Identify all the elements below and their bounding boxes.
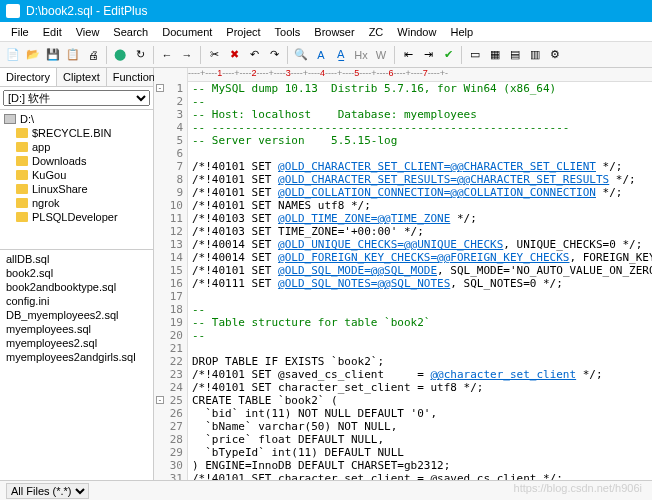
file-item[interactable]: DB_myemployees2.sql [2,308,151,322]
menu-project[interactable]: Project [219,24,267,40]
font-a2-icon[interactable]: A̲ [332,46,350,64]
code-line[interactable]: /*!40101 SET character_set_client = utf8… [188,381,652,394]
code-line[interactable] [188,147,652,160]
tree-item[interactable]: $RECYCLE.BIN [2,126,151,140]
tab-cliptext[interactable]: Cliptext [57,68,107,86]
code-line[interactable]: `bid` int(11) NOT NULL DEFAULT '0', [188,407,652,420]
code-line[interactable]: -- Table structure for table `book2` [188,316,652,329]
code-line[interactable]: ) ENGINE=InnoDB DEFAULT CHARSET=gb2312; [188,459,652,472]
tab-directory[interactable]: Directory [0,68,57,86]
hex-icon[interactable]: Hx [352,46,370,64]
code-line[interactable]: /*!40101 SET @OLD_SQL_MODE=@@SQL_MODE, S… [188,264,652,277]
file-item[interactable]: myemployees.sql [2,322,151,336]
menu-document[interactable]: Document [155,24,219,40]
open-file-icon[interactable]: 📂 [24,46,42,64]
wrap-icon[interactable]: W [372,46,390,64]
gear-icon[interactable]: ⚙ [546,46,564,64]
print-icon[interactable]: 🖨 [84,46,102,64]
code-line[interactable]: DROP TABLE IF EXISTS `book2`; [188,355,652,368]
folder-tree[interactable]: D:\ $RECYCLE.BINappDownloadsKuGouLinuxSh… [0,110,153,250]
save-copy-icon[interactable]: 📋 [64,46,82,64]
code-line[interactable]: /*!40101 SET NAMES utf8 */; [188,199,652,212]
file-item[interactable]: allDB.sql [2,252,151,266]
menu-edit[interactable]: Edit [36,24,69,40]
code-line[interactable]: -- [188,329,652,342]
code-line[interactable]: `price` float DEFAULT NULL, [188,433,652,446]
fold-toggle[interactable]: - [156,84,164,92]
indent-left-icon[interactable]: ⇤ [399,46,417,64]
toolbar: 📄 📂 💾 📋 🖨 ⬤ ↻ ← → ✂ ✖ ↶ ↷ 🔍 A A̲ Hx W ⇤ … [0,42,652,68]
tree-item[interactable]: KuGou [2,168,151,182]
search-icon[interactable]: 🔍 [292,46,310,64]
redo-icon[interactable]: ↷ [265,46,283,64]
split-icon[interactable]: ▥ [526,46,544,64]
code-line[interactable]: -- Server version 5.5.15-log [188,134,652,147]
undo-icon[interactable]: ↶ [245,46,263,64]
editor: ----+----1----+----2----+----3----+----4… [154,68,652,480]
window-title: D:\book2.sql - EditPlus [26,4,147,18]
menu-view[interactable]: View [69,24,107,40]
file-item[interactable]: book2andbooktype.sql [2,280,151,294]
copy-icon[interactable]: ✖ [225,46,243,64]
code-line[interactable]: `bTypeId` int(11) DEFAULT NULL [188,446,652,459]
check-icon[interactable]: ✔ [439,46,457,64]
code-line[interactable]: /*!40014 SET @OLD_UNIQUE_CHECKS=@@UNIQUE… [188,238,652,251]
tree-item[interactable]: app [2,140,151,154]
code-line[interactable]: -- Host: localhost Database: myemployees [188,108,652,121]
menu-file[interactable]: File [4,24,36,40]
menu-help[interactable]: Help [443,24,480,40]
menu-window[interactable]: Window [390,24,443,40]
tree-item[interactable]: LinuxShare [2,182,151,196]
drive-dropdown[interactable]: [D:] 软件 [3,90,150,106]
code-line[interactable]: /*!40111 SET @OLD_SQL_NOTES=@@SQL_NOTES,… [188,277,652,290]
menu-browser[interactable]: Browser [307,24,361,40]
code-line[interactable]: CREATE TABLE `book2` ( [188,394,652,407]
code-line[interactable]: /*!40014 SET @OLD_FOREIGN_KEY_CHECKS=@@F… [188,251,652,264]
file-item[interactable]: config.ini [2,294,151,308]
menu-zc[interactable]: ZC [362,24,391,40]
file-item[interactable]: book2.sql [2,266,151,280]
separator [461,46,462,64]
code-line[interactable]: /*!40101 SET character_set_client = @sav… [188,472,652,480]
tile-icon[interactable]: ▦ [486,46,504,64]
tree-item[interactable]: PLSQLDeveloper [2,210,151,224]
code-line[interactable]: /*!40101 SET @OLD_CHARACTER_SET_CLIENT=@… [188,160,652,173]
code-line[interactable]: /*!40103 SET @OLD_TIME_ZONE=@@TIME_ZONE … [188,212,652,225]
code-line[interactable]: `bName` varchar(50) NOT NULL, [188,420,652,433]
new-file-icon[interactable]: 📄 [4,46,22,64]
file-list[interactable]: allDB.sqlbook2.sqlbook2andbooktype.sqlco… [0,250,153,480]
tree-item[interactable]: ngrok [2,196,151,210]
code-line[interactable]: /*!40101 SET @OLD_COLLATION_CONNECTION=@… [188,186,652,199]
menu-search[interactable]: Search [106,24,155,40]
refresh-icon[interactable]: ↻ [131,46,149,64]
code-line[interactable]: -- [188,303,652,316]
font-a-icon[interactable]: A [312,46,330,64]
code-line[interactable]: /*!40101 SET @OLD_CHARACTER_SET_RESULTS=… [188,173,652,186]
code-line[interactable] [188,342,652,355]
back-icon[interactable]: ← [158,46,176,64]
forward-icon[interactable]: → [178,46,196,64]
drive-selector: [D:] 软件 [0,87,153,110]
menu-tools[interactable]: Tools [268,24,308,40]
tree-item[interactable]: Downloads [2,154,151,168]
file-item[interactable]: myemployees2andgirls.sql [2,350,151,364]
cascade-icon[interactable]: ▤ [506,46,524,64]
code-line[interactable]: /*!40101 SET @saved_cs_client = @@charac… [188,368,652,381]
fold-toggle[interactable]: - [156,396,164,404]
file-item[interactable]: myemployees2.sql [2,336,151,350]
window-icon[interactable]: ▭ [466,46,484,64]
browser-icon[interactable]: ⬤ [111,46,129,64]
code-line[interactable]: /*!40103 SET TIME_ZONE='+00:00' */; [188,225,652,238]
code-line[interactable]: -- -------------------------------------… [188,121,652,134]
code-area[interactable]: -- MySQL dump 10.13 Distrib 5.7.16, for … [188,68,652,480]
code-line[interactable]: -- MySQL dump 10.13 Distrib 5.7.16, for … [188,82,652,95]
file-filter-dropdown[interactable]: All Files (*.*) [6,483,89,499]
cut-icon[interactable]: ✂ [205,46,223,64]
tree-root[interactable]: D:\ [2,112,151,126]
code-line[interactable]: -- [188,95,652,108]
save-icon[interactable]: 💾 [44,46,62,64]
code-line[interactable] [188,290,652,303]
statusbar: All Files (*.*) [0,480,652,500]
separator [106,46,107,64]
indent-right-icon[interactable]: ⇥ [419,46,437,64]
